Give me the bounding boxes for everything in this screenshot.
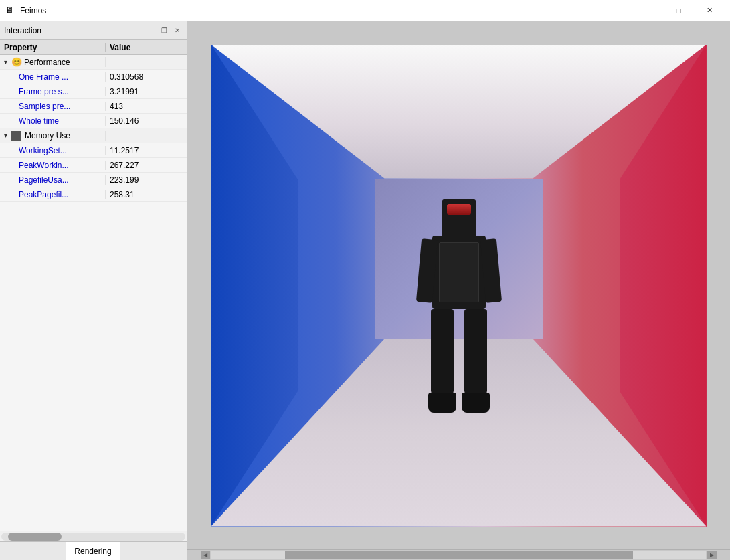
prop-label-working-set: WorkingSet...	[19, 146, 67, 155]
prop-label-frame-pre-s: Frame pre s...	[19, 87, 69, 96]
memory-icon	[11, 131, 21, 141]
val-one-frame: 0.310568	[106, 72, 147, 82]
figure-leg-right	[464, 309, 487, 396]
row-peak-pagefil[interactable]: PeakPagefil... 258.31	[0, 187, 187, 202]
val-whole-time: 150.146	[106, 116, 143, 126]
left-panel: Interaction ❐ ✕ Property Value ▾ 😊 Perfo…	[0, 21, 187, 560]
left-horizontal-scrollbar[interactable]	[0, 531, 187, 541]
character-figure	[399, 199, 519, 440]
group-property-performance: ▾ 😊 Performance	[0, 57, 106, 67]
figure-leg-left	[431, 309, 454, 396]
panel-title: Interaction	[4, 26, 41, 35]
rendering-tab[interactable]: Rendering	[66, 542, 120, 560]
panel-header: Interaction ❐ ✕	[0, 21, 187, 40]
h-scrollbar-thumb[interactable]	[8, 533, 62, 541]
row-peak-working[interactable]: PeakWorkin... 267.227	[0, 158, 187, 173]
main-layout: Interaction ❐ ✕ Property Value ▾ 😊 Perfo…	[0, 21, 730, 560]
row-frame-pre-s[interactable]: Frame pre s... 3.21991	[0, 84, 187, 99]
title-bar-controls: ─ □ ✕	[632, 0, 725, 21]
val-pagefile-usa: 223.199	[106, 175, 143, 185]
prop-samples-pre: Samples pre...	[0, 102, 106, 111]
viewport-horizontal-scrollbar[interactable]: ◀ ▶	[187, 549, 730, 560]
row-samples-pre[interactable]: Samples pre... 413	[0, 99, 187, 114]
prop-one-frame: One Frame ...	[0, 72, 106, 82]
row-one-frame[interactable]: One Frame ... 0.310568	[0, 70, 187, 84]
prop-label-pagefile-usa: PagefileUsa...	[19, 175, 69, 185]
expand-icon-performance: ▾	[1, 58, 9, 66]
viewport-canvas	[211, 45, 707, 527]
row-whole-time[interactable]: Whole time 150.146	[0, 114, 187, 128]
group-row-memory[interactable]: ▾ Memory Use	[0, 128, 187, 143]
figure-boot-right	[462, 393, 490, 413]
title-bar-left: 🖥 Feimos	[5, 5, 46, 16]
figure-head	[442, 199, 476, 238]
figure-boot-left	[428, 393, 456, 413]
val-peak-pagefil: 258.31	[106, 190, 139, 199]
viewport-h-track[interactable]	[211, 551, 706, 559]
val-frame-pre-s: 3.21991	[106, 87, 143, 96]
viewport-area[interactable]	[187, 21, 730, 549]
smiley-icon: 😊	[11, 57, 22, 67]
panel-header-controls: ❐ ✕	[159, 25, 183, 36]
prop-working-set: WorkingSet...	[0, 146, 106, 155]
prop-whole-time: Whole time	[0, 116, 106, 126]
column-value-header: Value	[106, 43, 134, 52]
prop-pagefile-usa: PagefileUsa...	[0, 175, 106, 185]
prop-label-one-frame: One Frame ...	[19, 72, 68, 82]
left-bottom-tab: Rendering	[0, 541, 187, 560]
viewport-scroll-left-button[interactable]: ◀	[201, 551, 210, 559]
group-label-memory: Memory Use	[25, 131, 70, 141]
figure-body	[399, 199, 519, 440]
prop-frame-pre-s: Frame pre s...	[0, 87, 106, 96]
group-row-performance[interactable]: ▾ 😊 Performance	[0, 55, 187, 70]
viewport-scroll-right-button[interactable]: ▶	[707, 551, 717, 559]
prop-peak-pagefil: PeakPagefil...	[0, 190, 106, 199]
close-panel-button[interactable]: ✕	[172, 25, 183, 36]
right-panel: ◀ ▶	[187, 21, 730, 560]
val-working-set: 11.2517	[106, 146, 143, 155]
expand-icon-memory: ▾	[1, 132, 9, 139]
prop-peak-working: PeakWorkin...	[0, 161, 106, 170]
row-working-set[interactable]: WorkingSet... 11.2517	[0, 143, 187, 158]
column-header-row: Property Value	[0, 40, 187, 55]
h-scrollbar-track[interactable]	[1, 533, 185, 541]
restore-panel-button[interactable]: ❐	[159, 25, 169, 36]
row-pagefile-usa[interactable]: PagefileUsa... 223.199	[0, 173, 187, 187]
app-icon: 🖥	[5, 5, 16, 16]
close-button[interactable]: ✕	[694, 0, 725, 21]
prop-label-samples-pre: Samples pre...	[19, 102, 70, 111]
prop-label-whole-time: Whole time	[19, 116, 59, 126]
column-property-header: Property	[0, 43, 106, 52]
figure-torso	[432, 236, 486, 309]
maximize-button[interactable]: □	[663, 0, 694, 21]
title-bar: 🖥 Feimos ─ □ ✕	[0, 0, 730, 21]
val-peak-working: 267.227	[106, 161, 143, 170]
property-table: Property Value ▾ 😊 Performance One Frame…	[0, 40, 187, 531]
group-label-performance: Performance	[24, 58, 70, 67]
group-property-memory: ▾ Memory Use	[0, 131, 106, 141]
viewport-h-thumb[interactable]	[285, 551, 633, 559]
prop-label-peak-working: PeakWorkin...	[19, 161, 68, 170]
minimize-button[interactable]: ─	[632, 0, 663, 21]
app-title: Feimos	[20, 6, 46, 15]
prop-label-peak-pagefil: PeakPagefil...	[19, 190, 68, 199]
val-samples-pre: 413	[106, 102, 127, 111]
